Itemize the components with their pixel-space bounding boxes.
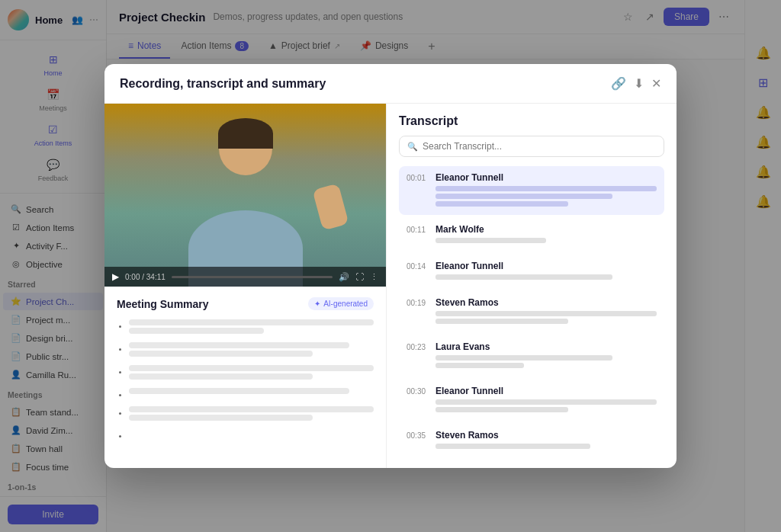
transcript-name-2: Mark Wolfe [435,224,657,235]
meeting-summary: Meeting Summary ✦ AI-generated [104,287,386,468]
transcript-item-7[interactable]: 00:35 Steven Ramos [399,424,664,457]
transcript-list: 00:01 Eleanor Tunnell 00:11 Mark Wolfe [399,166,664,457]
summary-line [129,388,349,394]
transcript-line [435,201,568,207]
transcript-item-1[interactable]: 00:01 Eleanor Tunnell [399,166,664,215]
video-time: 0:00 / 34:11 [125,273,166,281]
summary-line [129,406,374,412]
transcript-time-4: 00:19 [407,299,428,307]
ai-icon: ✦ [314,300,320,308]
transcript-search-box[interactable]: 🔍 [399,136,664,157]
summary-line [129,342,349,348]
video-player: ▶ 0:00 / 34:11 🔊 ⛶ ⋮ [104,104,386,287]
summary-line [129,415,313,421]
transcript-time-3: 00:14 [407,262,428,271]
summary-title: Meeting Summary [117,298,209,310]
summary-line [129,373,313,380]
transcript-line [435,238,546,243]
transcript-content-5: Laura Evans [435,341,657,370]
transcript-search-input[interactable] [423,141,656,152]
transcript-content-4: Steven Ramos [435,297,657,326]
transcript-name-5: Laura Evans [435,341,657,352]
transcript-content-6: Eleanor Tunnell [435,386,657,415]
ai-label: AI-generated [323,300,368,308]
transcript-content-1: Eleanor Tunnell [435,172,657,209]
summary-line [129,328,264,334]
transcript-line [435,355,612,361]
summary-item-2 [129,342,374,359]
ai-badge: ✦ AI-generated [308,297,374,310]
summary-header: Meeting Summary ✦ AI-generated [117,297,374,310]
summary-list [117,319,374,441]
transcript-content-2: Mark Wolfe [435,224,657,245]
transcript-name-7: Steven Ramos [435,430,657,441]
transcript-time-7: 00:35 [407,431,428,440]
transcript-item-5[interactable]: 00:23 Laura Evans [399,335,664,377]
summary-item-1 [129,319,374,336]
volume-icon[interactable]: 🔊 [339,272,349,282]
summary-line [129,365,374,371]
modal: Recording, transcript and summary 🔗 ⬇ ✕ [104,64,677,468]
modal-header: Recording, transcript and summary 🔗 ⬇ ✕ [104,64,677,104]
transcript-search-icon: 🔍 [407,142,418,152]
video-section: ▶ 0:00 / 34:11 🔊 ⛶ ⋮ Meeting Summary [104,104,387,468]
transcript-time-6: 00:30 [407,387,428,396]
download-button[interactable]: ⬇ [634,76,644,91]
video-more-icon[interactable]: ⋮ [370,272,378,282]
modal-title: Recording, transcript and summary [120,77,326,91]
summary-item-6 [129,429,374,441]
transcript-line [435,311,657,316]
modal-overlay[interactable]: Recording, transcript and summary 🔗 ⬇ ✕ [0,0,781,532]
transcript-line [435,274,612,280]
transcript-name-3: Eleanor Tunnell [435,261,657,271]
copy-link-button[interactable]: 🔗 [611,76,626,91]
transcript-name-1: Eleanor Tunnell [435,172,657,183]
transcript-section: Transcript 🔍 00:01 Eleanor Tunnell [387,104,677,468]
transcript-line [435,186,657,191]
transcript-time-1: 00:01 [407,174,428,182]
modal-body: ▶ 0:00 / 34:11 🔊 ⛶ ⋮ Meeting Summary [104,104,677,468]
transcript-name-4: Steven Ramos [435,297,657,308]
transcript-line [435,319,568,324]
summary-item-5 [129,406,374,423]
transcript-item-2[interactable]: 00:11 Mark Wolfe [399,218,664,252]
summary-line [129,319,374,325]
transcript-line [435,363,524,368]
summary-item-3 [129,365,374,382]
summary-item-4 [129,388,374,400]
transcript-title: Transcript [399,114,664,128]
transcript-content-3: Eleanor Tunnell [435,261,657,282]
summary-line [129,351,313,357]
transcript-name-6: Eleanor Tunnell [435,386,657,396]
transcript-time-2: 00:11 [407,226,428,234]
video-controls: ▶ 0:00 / 34:11 🔊 ⛶ ⋮ [104,267,386,287]
transcript-item-4[interactable]: 00:19 Steven Ramos [399,291,664,332]
transcript-line [435,194,612,199]
transcript-content-7: Steven Ramos [435,430,657,451]
transcript-time-5: 00:23 [407,343,428,351]
play-button[interactable]: ▶ [112,271,119,282]
transcript-item-6[interactable]: 00:30 Eleanor Tunnell [399,380,664,421]
transcript-item-3[interactable]: 00:14 Eleanor Tunnell [399,255,664,288]
expand-icon[interactable]: ⛶ [355,272,364,281]
transcript-line [435,399,657,405]
progress-bar[interactable] [172,276,333,278]
close-button[interactable]: ✕ [651,76,661,91]
transcript-line [435,407,568,412]
modal-header-actions: 🔗 ⬇ ✕ [611,76,661,91]
transcript-line [435,444,590,449]
